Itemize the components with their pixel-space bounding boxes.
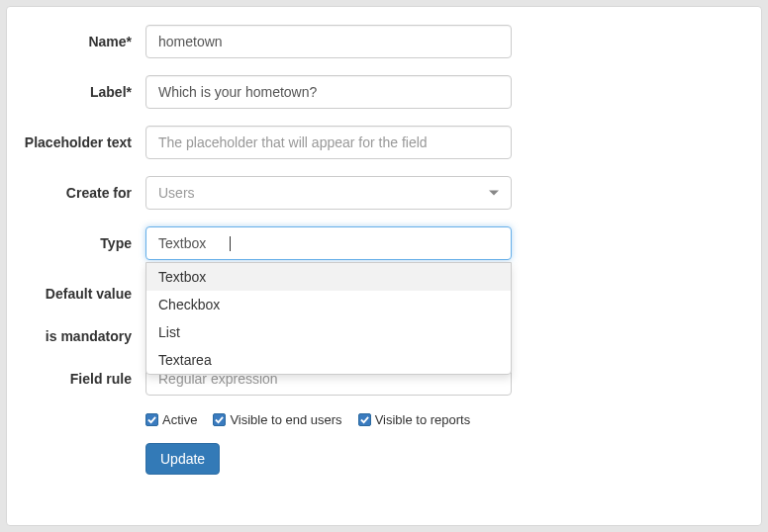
row-type: Type Textbox Textbox Checkbox List Texta… (7, 226, 749, 260)
label-type: Type (7, 226, 145, 252)
row-placeholder: Placeholder text (7, 126, 749, 159)
name-input[interactable] (145, 25, 512, 58)
type-dropdown: Textbox Checkbox List Textarea (145, 262, 512, 375)
text-cursor (230, 236, 231, 251)
chevron-down-icon (489, 191, 499, 196)
type-option-textbox[interactable]: Textbox (146, 263, 511, 291)
form-panel: Name* Label* Placeholder text Create for… (6, 6, 762, 526)
checkbox-active-label: Active (162, 412, 197, 427)
checkbox-visible-end-users[interactable]: Visible to end users (213, 412, 341, 427)
type-selected: Textbox (158, 235, 206, 251)
create-for-selected: Users (158, 185, 195, 201)
check-icon (358, 413, 371, 426)
label-label: Label* (7, 75, 145, 101)
label-create-for: Create for (7, 176, 145, 202)
row-name: Name* (7, 25, 749, 58)
checkbox-active[interactable]: Active (145, 412, 197, 427)
type-option-checkbox[interactable]: Checkbox (146, 291, 511, 318)
type-option-list[interactable]: List (146, 318, 511, 346)
label-default-value: Default value (7, 277, 145, 303)
row-label: Label* (7, 75, 749, 109)
label-name: Name* (7, 25, 145, 50)
label-placeholder: Placeholder text (7, 126, 145, 151)
label-input[interactable] (145, 75, 512, 109)
checkbox-visible-end-users-label: Visible to end users (230, 412, 341, 427)
row-create-for: Create for Users (7, 176, 749, 210)
label-is-mandatory: is mandatory (7, 319, 145, 345)
check-icon (213, 413, 226, 426)
type-option-textarea[interactable]: Textarea (146, 346, 511, 374)
type-select[interactable]: Textbox (145, 226, 512, 260)
checkbox-visible-reports-label: Visible to reports (375, 412, 471, 427)
checkbox-visible-reports[interactable]: Visible to reports (358, 412, 471, 427)
update-button[interactable]: Update (145, 443, 220, 475)
check-icon (145, 413, 158, 426)
placeholder-input[interactable] (145, 126, 512, 159)
label-field-rule: Field rule (7, 362, 145, 388)
checkbox-row: Active Visible to end users Visible to r… (145, 412, 749, 427)
create-for-select[interactable]: Users (145, 176, 512, 210)
